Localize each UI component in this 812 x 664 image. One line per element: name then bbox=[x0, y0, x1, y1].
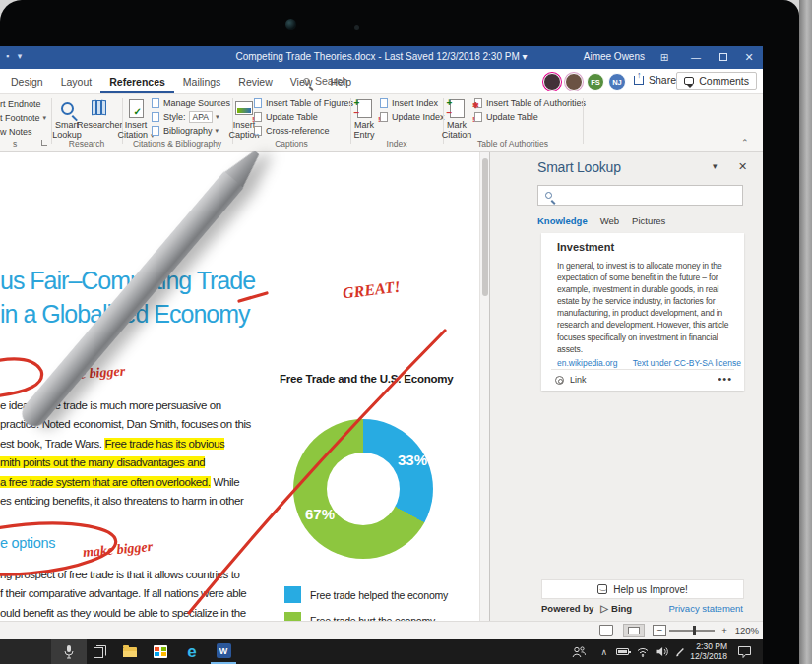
word-window: ▪ ▾ Competing Trade Theories.docx - Last… bbox=[0, 46, 763, 664]
pane-options-icon[interactable]: ▾ bbox=[713, 161, 718, 171]
store-button[interactable] bbox=[148, 639, 173, 664]
tab-layout[interactable]: Layout bbox=[52, 70, 101, 93]
scrollbar-thumb[interactable] bbox=[482, 158, 488, 296]
more-options-icon[interactable]: ••• bbox=[718, 373, 732, 385]
volume-icon[interactable] bbox=[656, 639, 668, 664]
document-canvas[interactable]: us Fair–Competing Trade in a Globalized … bbox=[0, 152, 489, 621]
doc-text-line: e idea of free trade is much more persua… bbox=[0, 396, 251, 415]
insert-index-button[interactable]: Insert Index bbox=[380, 97, 438, 109]
style-selector[interactable]: Style: APA▾ bbox=[152, 111, 219, 123]
microphone-button[interactable] bbox=[51, 639, 87, 664]
tab-mailings[interactable]: Mailings bbox=[174, 70, 230, 93]
pane-search-icon bbox=[545, 192, 552, 199]
avatar[interactable]: NJ bbox=[608, 73, 626, 91]
task-view-button[interactable] bbox=[87, 639, 112, 664]
clock[interactable]: 2:30 PM 12/3/2018 bbox=[690, 642, 727, 661]
file-explorer-icon bbox=[123, 647, 137, 657]
tray-date: 12/3/2018 bbox=[690, 652, 727, 662]
bibliography-button[interactable]: Bibliography▾ bbox=[152, 125, 219, 137]
insert-endnote-button[interactable]: rt Endnote bbox=[0, 98, 41, 110]
research-group-label: Research bbox=[51, 139, 122, 149]
zoom-in-icon[interactable]: + bbox=[721, 625, 727, 635]
people-tray-button[interactable] bbox=[572, 639, 586, 664]
insert-table-of-figures-button[interactable]: Insert Table of Figures bbox=[254, 97, 353, 109]
ink-circle-partial bbox=[0, 359, 42, 396]
avatar[interactable]: FS bbox=[587, 73, 604, 91]
search-label: Search bbox=[315, 75, 347, 87]
doc-text-line: ould benefit as they would be able to sp… bbox=[0, 604, 246, 621]
avatar[interactable] bbox=[543, 73, 561, 91]
word-taskbar-button[interactable]: W bbox=[211, 639, 236, 664]
insert-index-icon bbox=[380, 98, 388, 108]
avatar[interactable] bbox=[565, 73, 583, 91]
tab-review[interactable]: Review bbox=[229, 70, 281, 93]
doc-text-line: practice. Noted economist, Dan Smith, fo… bbox=[0, 415, 251, 434]
feedback-smiley-icon bbox=[597, 584, 607, 594]
pane-tab-web[interactable]: Web bbox=[600, 215, 619, 226]
read-mode-icon[interactable] bbox=[599, 625, 613, 636]
help-us-improve-button[interactable]: Help us Improve! bbox=[541, 579, 744, 599]
collapse-ribbon-icon[interactable]: ⌃ bbox=[741, 138, 749, 148]
dialog-launcher-icon[interactable] bbox=[41, 140, 47, 146]
link-row[interactable]: Link bbox=[555, 375, 587, 385]
privacy-statement-link[interactable]: Privacy statement bbox=[669, 603, 744, 614]
edge-button[interactable]: e bbox=[179, 639, 205, 664]
index-group-label: Index bbox=[350, 139, 443, 149]
ribbon-display-options-icon[interactable]: ⊞ bbox=[656, 50, 672, 65]
chart-title: Free Trade and the U.S. Economy bbox=[280, 373, 454, 385]
cross-reference-button[interactable]: ↔Cross-reference bbox=[254, 125, 330, 137]
zoom-slider[interactable] bbox=[669, 630, 715, 632]
restore-button[interactable] bbox=[716, 50, 731, 65]
legend-swatch bbox=[284, 586, 301, 603]
pane-close-icon[interactable]: ✕ bbox=[738, 160, 747, 173]
status-bar: − + 120% bbox=[0, 621, 763, 639]
battery-icon bbox=[616, 639, 629, 664]
manage-sources-icon bbox=[152, 98, 159, 108]
card-heading: Investment bbox=[557, 241, 614, 253]
pane-tab-pictures[interactable]: Pictures bbox=[632, 215, 665, 226]
update-table-button[interactable]: !Update Table bbox=[254, 111, 318, 123]
action-center-button[interactable] bbox=[738, 639, 751, 664]
zoom-control: − + 120% bbox=[657, 625, 759, 635]
close-button[interactable]: ✕ bbox=[741, 50, 757, 65]
file-explorer-button[interactable] bbox=[117, 639, 143, 664]
style-dropdown[interactable]: APA bbox=[189, 111, 213, 123]
zoom-slider-handle[interactable] bbox=[693, 626, 696, 635]
legend-item: Free trade hurt the economy bbox=[284, 612, 448, 621]
knowledge-card: Investment In general, to invest is to a… bbox=[541, 233, 744, 391]
pen-tray-icon[interactable] bbox=[675, 639, 686, 664]
zoom-level[interactable]: 120% bbox=[735, 625, 759, 635]
comments-button[interactable]: Comments bbox=[676, 72, 757, 90]
tab-design[interactable]: Design bbox=[2, 70, 52, 93]
print-layout-icon[interactable] bbox=[623, 624, 645, 637]
minimize-button[interactable]: — bbox=[688, 50, 704, 65]
pane-search-input[interactable] bbox=[537, 185, 743, 206]
wikipedia-link[interactable]: en.wikipedia.org bbox=[557, 358, 617, 368]
doc-text-line: ng prospect of free trade is that it all… bbox=[0, 566, 246, 584]
ink-strokes bbox=[0, 152, 489, 621]
license-link[interactable]: Text under CC-BY-SA license bbox=[633, 358, 741, 368]
ink-annotation-great: GREAT! bbox=[342, 277, 401, 302]
share-button[interactable]: Share bbox=[634, 74, 676, 86]
insert-table-of-authorities-button[interactable]: ✱Insert Table of Authorities bbox=[474, 97, 586, 109]
show-notes-button[interactable]: w Notes bbox=[0, 126, 32, 138]
next-footnote-button[interactable]: t Footnote▾ bbox=[0, 112, 46, 124]
card-body: In general, to invest is to allocate mon… bbox=[557, 260, 734, 355]
citations-group-label: Citations & Bibliography bbox=[122, 139, 232, 149]
tray-chevron-icon[interactable]: ∧ bbox=[600, 639, 607, 664]
zoom-out-icon[interactable]: − bbox=[657, 625, 663, 635]
manage-sources-button[interactable]: Manage Sources bbox=[152, 97, 230, 109]
coauthor-avatars: FSNJ bbox=[543, 73, 630, 91]
powered-by-bing: Powered by ▷ Bing bbox=[541, 603, 632, 614]
tab-references[interactable]: References bbox=[100, 70, 174, 93]
doc-text-line: mith points out the many disadvantages a… bbox=[0, 453, 251, 472]
document-scrollbar[interactable] bbox=[479, 152, 489, 621]
search-box[interactable]: Search bbox=[303, 75, 347, 87]
link-icon bbox=[555, 376, 564, 385]
doc-heading-line1: us Fair–Competing Trade bbox=[0, 267, 255, 295]
pane-tab-knowledge[interactable]: Knowledge bbox=[537, 215, 588, 226]
style-icon bbox=[152, 112, 159, 122]
wifi-icon[interactable] bbox=[637, 639, 649, 664]
update-table-authorities-button[interactable]: !Update Table bbox=[474, 111, 538, 123]
webcam-icon bbox=[285, 19, 296, 30]
